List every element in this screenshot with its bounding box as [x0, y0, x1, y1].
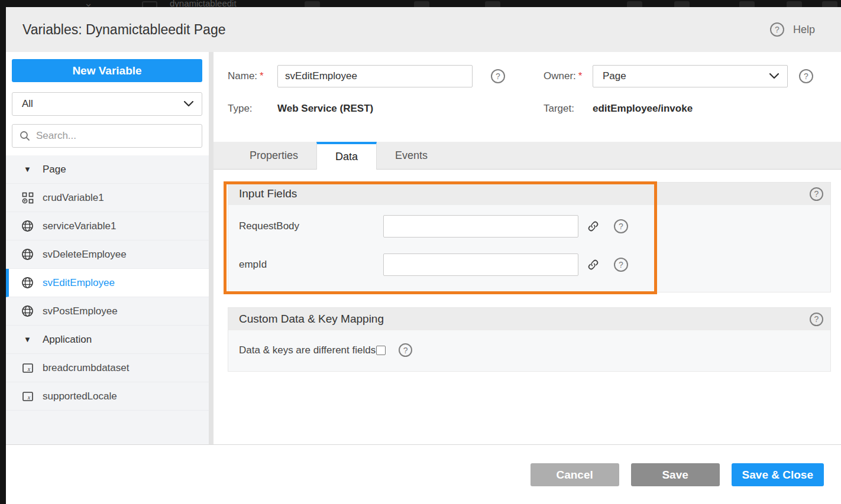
owner-label: Owner:*	[544, 65, 582, 87]
custom-mapping-body: Data & keys are different fields ?	[228, 330, 830, 371]
background-toolbar-icon	[822, 1, 837, 7]
input-fields-section: Input Fields ? RequestBody	[228, 182, 831, 292]
variable-label: supportedLocale	[43, 391, 117, 402]
service-variable-icon	[21, 248, 34, 261]
cancel-button[interactable]: Cancel	[531, 463, 619, 486]
svg-text:x: x	[27, 365, 30, 372]
sidebar-group-page[interactable]: ▼ Page	[6, 155, 209, 184]
custom-mapping-section: Custom Data & Key Mapping ? Data & keys …	[228, 307, 831, 372]
background-toolbar-icon	[414, 1, 429, 7]
data-keys-checkbox[interactable]	[376, 346, 386, 355]
field-row-requestbody: RequestBody ?	[239, 215, 830, 238]
model-variable-icon: x	[21, 390, 34, 402]
section-title: Input Fields	[239, 187, 297, 200]
background-page-name: dynamictableedit	[170, 0, 237, 7]
new-variable-button[interactable]: New Variable	[12, 59, 202, 82]
service-variable-icon	[21, 277, 34, 289]
help-icon: ?	[770, 22, 784, 37]
section-title: Custom Data & Key Mapping	[239, 313, 384, 326]
field-help-icon[interactable]: ?	[614, 219, 628, 233]
sidebar-item-svpostemployee[interactable]: svPostEmployee	[6, 297, 209, 326]
sidebar-scrollbar[interactable]	[209, 52, 214, 444]
bind-link-icon[interactable]	[587, 220, 600, 233]
name-help-icon[interactable]: ?	[491, 69, 505, 83]
sidebar-item-svdeleteemployee[interactable]: svDeleteEmployee	[6, 240, 209, 269]
sidebar-item-supportedlocale[interactable]: x supportedLocale	[6, 382, 209, 411]
variable-filter-value: All	[22, 98, 33, 110]
model-variable-icon: x	[21, 362, 34, 374]
detail-tabbar: Properties Data Events	[214, 142, 841, 170]
variables-dialog: Variables: Dynamictableedit Page ? Help …	[6, 7, 841, 504]
dialog-title: Variables: Dynamictableedit Page	[22, 22, 225, 38]
input-fields-help-icon[interactable]: ?	[810, 187, 823, 201]
background-toolbar-icon	[305, 1, 320, 7]
sidebar-group-application[interactable]: ▼ Application	[6, 326, 209, 354]
save-button[interactable]: Save	[631, 463, 720, 486]
variables-sidebar: New Variable All ▼	[6, 52, 209, 444]
required-asterisk: *	[260, 70, 264, 82]
service-variable-icon	[21, 220, 34, 232]
service-variable-icon	[21, 305, 34, 317]
dialog-footer: Cancel Save Save & Close	[6, 445, 841, 504]
background-toolbar-icon	[739, 1, 755, 7]
group-label: Page	[43, 164, 66, 175]
chevron-down-icon	[184, 101, 193, 107]
requestbody-input[interactable]	[383, 215, 578, 238]
collapse-triangle-icon: ▼	[21, 335, 34, 344]
variable-detail-panel: Name:* ? Owner:* Page ? Type: Web Servic…	[214, 52, 841, 444]
name-input[interactable]	[277, 65, 473, 87]
tab-events[interactable]: Events	[377, 142, 446, 169]
type-target-row: Type: Web Service (REST) Target: editEmp…	[228, 102, 832, 116]
sidebar-controls: New Variable All	[6, 52, 209, 155]
target-label: Target:	[544, 102, 574, 116]
type-label: Type:	[228, 102, 253, 116]
help-button[interactable]: ? Help	[770, 22, 815, 37]
background-app-toolbar: ⌄ dynamictableedit	[0, 0, 841, 7]
checkbox-help-icon[interactable]: ?	[399, 343, 412, 357]
search-input[interactable]	[36, 130, 195, 142]
background-toolbar-icon	[485, 1, 500, 7]
tab-properties[interactable]: Properties	[231, 142, 316, 169]
tab-data[interactable]: Data	[316, 142, 377, 170]
background-toolbar-icon	[787, 1, 802, 7]
background-toolbar-icon	[627, 1, 642, 7]
crud-variable-icon	[21, 191, 34, 204]
name-owner-row: Name:* ? Owner:* Page ?	[228, 65, 832, 87]
sidebar-item-sveditemployee[interactable]: svEditEmployee	[6, 269, 209, 297]
owner-value: Page	[603, 70, 626, 82]
input-fields-header: Input Fields ?	[228, 183, 830, 205]
target-value: editEmployee/invoke	[593, 102, 693, 116]
variable-label: serviceVariable1	[43, 220, 116, 232]
bind-link-icon[interactable]	[587, 258, 600, 271]
variable-label: svDeleteEmployee	[43, 249, 127, 261]
variable-list: ▼ Page crudVariable1	[6, 155, 209, 444]
collapse-triangle-icon: ▼	[21, 165, 34, 174]
variable-label: breadcrumbdataset	[43, 362, 129, 374]
sidebar-item-servicevariable1[interactable]: serviceVariable1	[6, 212, 209, 240]
save-close-button[interactable]: Save & Close	[732, 463, 824, 486]
sidebar-item-breadcrumbdataset[interactable]: x breadcrumbdataset	[6, 354, 209, 382]
required-asterisk: *	[578, 70, 583, 82]
background-chevron-icon: ⌄	[84, 0, 93, 7]
name-label: Name:*	[228, 65, 264, 87]
owner-help-icon[interactable]: ?	[799, 69, 813, 83]
svg-text:x: x	[27, 394, 30, 400]
owner-select[interactable]: Page	[593, 65, 788, 87]
input-fields-body: RequestBody ? empId	[228, 205, 830, 292]
variable-search	[12, 124, 202, 148]
variable-filter-select[interactable]: All	[12, 92, 202, 116]
variable-label: svEditEmployee	[43, 277, 115, 289]
field-row-empid: empId ?	[239, 253, 830, 276]
type-value: Web Service (REST)	[277, 102, 373, 116]
field-label: empId	[239, 253, 267, 276]
sidebar-item-crudvariable1[interactable]: crudVariable1	[6, 184, 209, 212]
field-help-icon[interactable]: ?	[614, 258, 628, 272]
custom-mapping-help-icon[interactable]: ?	[810, 313, 823, 326]
field-label: RequestBody	[239, 215, 299, 238]
variable-label: svPostEmployee	[43, 305, 118, 317]
search-icon	[20, 131, 30, 141]
background-left-edge	[0, 0, 6, 467]
chevron-down-icon	[769, 73, 779, 79]
empid-input[interactable]	[383, 253, 578, 276]
background-page-icon	[142, 1, 157, 7]
